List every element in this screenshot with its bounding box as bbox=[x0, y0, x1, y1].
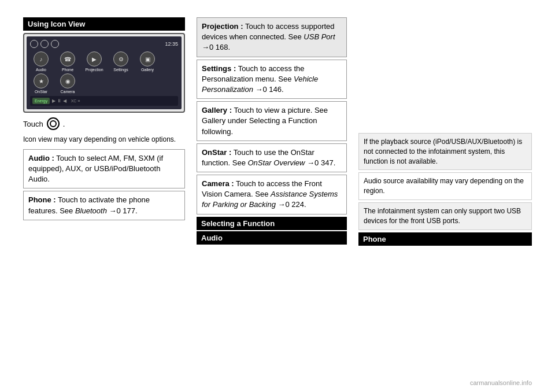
display-bottom-bar: Energy ▶ ⏸ ◀ XC ≡ bbox=[30, 96, 178, 106]
icon-view-note: Icon view may vary depending on vehicle … bbox=[23, 134, 185, 146]
camera-entry-box: Camera : Touch to access the Front Visio… bbox=[197, 175, 347, 215]
ipod-note-box: If the playback source (iPod/USB/AUX/Blu… bbox=[358, 133, 532, 170]
projection-label: Projection bbox=[85, 68, 103, 72]
phone-italic: Bluetooth bbox=[75, 206, 107, 215]
audio-circle-icon: ♪ bbox=[34, 51, 49, 66]
settings-entry-box: Settings : Touch to access the Personali… bbox=[197, 60, 347, 99]
display-icon-onstar: ★ OnStar bbox=[30, 73, 52, 94]
touch-text: Touch bbox=[23, 120, 43, 128]
infotainment-display: 12:35 ♪ Audio ☎ Phone ▶ Projection bbox=[23, 33, 185, 113]
audio-entry-box: Audio : Touch to select AM, FM, SXM (if … bbox=[23, 149, 185, 189]
camera-term: Camera : bbox=[202, 179, 234, 188]
using-icon-view-heading: Using Icon View bbox=[23, 17, 185, 31]
phone-subheading: Phone bbox=[358, 232, 532, 246]
phone-entry-box: Phone : Touch to activate the phone feat… bbox=[23, 191, 185, 220]
display-icon-camera: ◉ Camera bbox=[57, 73, 79, 94]
gallery-entry-box: Gallery : Touch to view a picture. See G… bbox=[197, 101, 347, 141]
phone-circle-icon: ☎ bbox=[60, 51, 75, 66]
camera-ref: →0 224. bbox=[278, 200, 306, 209]
onstar-italic: OnStar Overview bbox=[248, 158, 305, 167]
projection-ref: →0 168. bbox=[202, 43, 230, 51]
display-icon-gallery: ▣ Gallery bbox=[136, 51, 158, 72]
phone-ref: →0 177. bbox=[109, 206, 138, 215]
display-icon-audio: ♪ Audio bbox=[30, 51, 52, 72]
touch-icon bbox=[47, 117, 60, 130]
display-top-icon-1 bbox=[30, 40, 38, 48]
middle-column: Projection : Touch to access supported d… bbox=[197, 17, 347, 380]
camera-label: Camera bbox=[61, 90, 75, 94]
display-screen: 12:35 ♪ Audio ☎ Phone ▶ Projection bbox=[27, 36, 182, 109]
display-bottom-icons: ▶ ⏸ ◀ bbox=[52, 98, 66, 103]
onstar-circle-icon: ★ bbox=[34, 73, 49, 88]
usb-devices-note-box: The infotainment system can only support… bbox=[358, 202, 532, 230]
settings-ref: →0 146. bbox=[256, 85, 284, 94]
audio-source-note-box: Audio source availability may vary depen… bbox=[358, 172, 532, 200]
projection-circle-icon: ▶ bbox=[87, 51, 102, 66]
settings-term: Settings : bbox=[202, 64, 236, 73]
watermark: carmanualsonline.info bbox=[470, 379, 532, 386]
display-icon-phone: ☎ Phone bbox=[57, 51, 79, 72]
display-top-bar: 12:35 bbox=[30, 40, 178, 48]
settings-label: Settings bbox=[113, 68, 128, 72]
touch-line: Touch . bbox=[23, 116, 185, 131]
audio-label: Audio bbox=[36, 68, 46, 72]
onstar-entry-box: OnStar : Touch to use the OnStar functio… bbox=[197, 143, 347, 172]
energy-button: Energy bbox=[32, 98, 50, 104]
display-top-icon-3 bbox=[51, 40, 59, 48]
projection-italic: USB Port bbox=[304, 32, 335, 41]
display-icon-settings: ⚙ Settings bbox=[110, 51, 132, 72]
right-column: If the playback source (iPod/USB/AUX/Blu… bbox=[358, 17, 532, 380]
display-icon-projection: ▶ Projection bbox=[83, 51, 105, 72]
gallery-label: Gallery bbox=[141, 68, 154, 72]
audio-subheading: Audio bbox=[197, 231, 347, 245]
gallery-term: Gallery : bbox=[202, 106, 232, 114]
onstar-label: OnStar bbox=[35, 90, 47, 94]
onstar-term: OnStar : bbox=[202, 148, 231, 157]
camera-circle-icon: ◉ bbox=[60, 73, 75, 88]
display-clock: 12:35 bbox=[165, 41, 178, 47]
projection-term: Projection : bbox=[202, 22, 243, 31]
phone-term: Phone : bbox=[28, 195, 56, 204]
projection-entry-box: Projection : Touch to access supported d… bbox=[197, 17, 347, 57]
audio-term: Audio : bbox=[28, 154, 54, 162]
onstar-ref: →0 347. bbox=[307, 158, 335, 167]
phone-label: Phone bbox=[62, 68, 73, 72]
gallery-circle-icon: ▣ bbox=[140, 51, 155, 66]
display-icons-row1: ♪ Audio ☎ Phone ▶ Projection ⚙ Settings bbox=[30, 51, 178, 72]
display-bottom-extra: XC ≡ bbox=[71, 99, 80, 103]
display-top-icons bbox=[30, 40, 59, 48]
selecting-function-heading: Selecting a Function bbox=[197, 217, 347, 230]
display-icons-row2: ★ OnStar ◉ Camera bbox=[30, 73, 178, 94]
display-top-icon-2 bbox=[40, 40, 49, 48]
settings-circle-icon: ⚙ bbox=[113, 51, 128, 66]
touch-period: . bbox=[63, 120, 65, 128]
left-column: Using Icon View 12:35 ♪ Audio bbox=[23, 17, 185, 380]
